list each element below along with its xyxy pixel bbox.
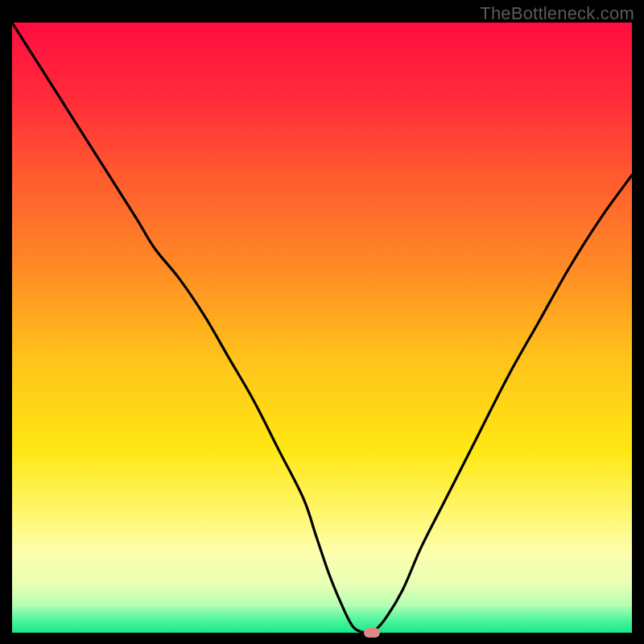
gradient-background bbox=[12, 23, 632, 633]
chart-frame: TheBottleneck.com bbox=[0, 0, 644, 644]
plot-area bbox=[12, 23, 632, 633]
plot-svg bbox=[12, 23, 632, 633]
optimal-point-marker bbox=[364, 628, 380, 638]
watermark-text: TheBottleneck.com bbox=[480, 3, 634, 24]
